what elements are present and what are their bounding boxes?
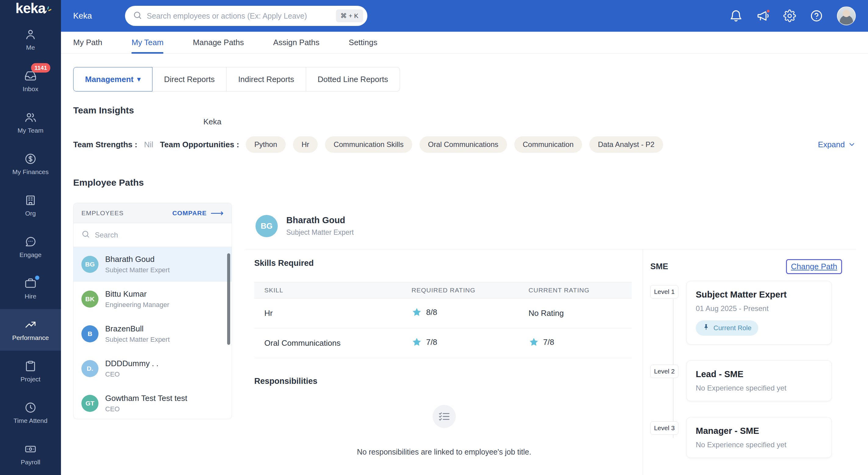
current-rating: 7/8: [543, 338, 554, 347]
employee-name: Bharath Goud: [286, 215, 354, 225]
engage-icon: [24, 236, 37, 248]
expand-toggle[interactable]: Expand: [818, 140, 856, 149]
notifications-bell-icon[interactable]: [730, 9, 742, 22]
path-level: Level 3Manager - SMENo Experience specif…: [650, 417, 842, 458]
employee-role: Subject Matter Expert: [105, 266, 170, 274]
sidebar-item-engage[interactable]: Engage: [0, 226, 61, 268]
search-shortcut-badge: ⌘ + K: [336, 9, 363, 22]
required-rating: 7/8: [426, 338, 437, 347]
page-content: Management▾Direct ReportsIndirect Report…: [61, 54, 868, 475]
keka-logo[interactable]: keka: [0, 0, 61, 17]
sidebar-item-my-finances[interactable]: My Finances: [0, 143, 61, 185]
opportunity-chip[interactable]: Python: [246, 136, 286, 153]
compare-button[interactable]: COMPARE ⟶: [172, 209, 224, 218]
path-timeline: Level 1Subject Matter Expert01 Aug 2025 …: [650, 281, 842, 458]
opportunity-chip[interactable]: Hr: [293, 136, 318, 153]
skills-table-header: SKILLREQUIRED RATINGCURRENT RATING: [254, 282, 632, 298]
sidebar-item-my-team[interactable]: My Team: [0, 102, 61, 143]
sidebar-item-label: Org: [25, 210, 36, 217]
employee-role: Subject Matter Expert: [286, 228, 354, 236]
tab-settings[interactable]: Settings: [349, 32, 377, 53]
filter-indirect-reports[interactable]: Indirect Reports: [226, 67, 306, 92]
sidebar-item-label: Payroll: [21, 458, 40, 466]
settings-gear-icon[interactable]: [783, 9, 796, 22]
opportunities-label: Team Opportunities :: [160, 140, 239, 149]
employee-paths-title: Employee Paths: [73, 177, 856, 188]
tab-my-path[interactable]: My Path: [73, 32, 102, 53]
logo-spark-icon: [42, 5, 53, 15]
star-icon: [411, 307, 422, 317]
announcements-icon[interactable]: [756, 9, 769, 22]
team-icon: [24, 111, 37, 124]
sidebar-item-project[interactable]: Project: [0, 351, 61, 392]
filter-management[interactable]: Management▾: [73, 67, 152, 92]
profile-avatar[interactable]: [837, 6, 856, 25]
responsibilities-empty-state: No responsibilities are linked to employ…: [245, 405, 643, 456]
skill-name: Oral Communications: [254, 339, 402, 348]
sidebar-item-org[interactable]: Org: [0, 185, 61, 226]
finances-icon: [24, 153, 37, 165]
org-icon: [24, 194, 37, 207]
opportunity-chip[interactable]: Data Analyst - P2: [589, 136, 663, 153]
level-badge: Level 1: [650, 285, 678, 298]
global-search-input[interactable]: Search employees or actions (Ex: Apply L…: [125, 6, 367, 26]
performance-icon: [24, 319, 37, 331]
sidebar-item-performance[interactable]: Performance: [0, 309, 61, 351]
skill-name: Hr: [254, 309, 402, 318]
employees-label: EMPLOYEES: [82, 210, 124, 217]
opportunity-chip[interactable]: Communication: [514, 136, 582, 153]
employee-list-item[interactable]: BKBittu KumarEngineering Manager: [73, 282, 232, 316]
pin-icon: [703, 323, 710, 332]
top-header: Keka Search employees or actions (Ex: Ap…: [61, 0, 868, 32]
employee-name: DDDDummy . .: [105, 359, 159, 368]
hire-icon: [24, 277, 37, 289]
employee-search-input[interactable]: Search: [73, 223, 232, 247]
change-path-link[interactable]: Change Path: [786, 259, 842, 274]
team-name[interactable]: Keka: [204, 117, 856, 127]
tab-my-team[interactable]: My Team: [131, 32, 163, 53]
role-card[interactable]: Lead - SMENo Experience specified yet: [686, 360, 832, 401]
role-title: Lead - SME: [696, 369, 822, 379]
employee-detail-header: BG Bharath Goud Subject Matter Expert: [245, 203, 856, 249]
sidebar-item-payroll[interactable]: Payroll: [0, 434, 61, 475]
search-icon: [82, 230, 90, 240]
employee-list-scrollbar[interactable]: [227, 253, 230, 345]
level-badge: Level 3: [650, 421, 678, 435]
employees-panel-header: EMPLOYEES COMPARE ⟶: [73, 203, 232, 223]
employee-list-item[interactable]: D.DDDDummy . .CEO: [73, 351, 232, 386]
opportunity-chip[interactable]: Communication Skills: [325, 136, 412, 153]
employee-detail-body: Skills Required SKILLREQUIRED RATINGCURR…: [245, 249, 856, 475]
team-insights-row: Team Strengths : Nil Team Opportunities …: [73, 136, 856, 153]
star-icon: [529, 337, 539, 347]
filter-direct-reports[interactable]: Direct Reports: [152, 67, 226, 92]
table-column-header: SKILL: [254, 287, 402, 294]
filter-dotted-line-reports[interactable]: Dotted Line Reports: [306, 67, 400, 92]
new-indicator-dot: [35, 276, 39, 280]
employees-panel: EMPLOYEES COMPARE ⟶ Search BGBharath Gou…: [73, 203, 232, 419]
employee-avatar: BK: [82, 290, 98, 308]
sidebar-item-time-attend[interactable]: Time Attend: [0, 392, 61, 434]
current-role-badge: Current Role: [696, 320, 758, 336]
employee-list-item[interactable]: GTGowtham Test Test testCEO: [73, 386, 232, 419]
skills-section: Skills Required SKILLREQUIRED RATINGCURR…: [245, 249, 643, 475]
help-icon[interactable]: [810, 9, 823, 22]
main-area: My PathMy TeamManage PathsAssign PathsSe…: [61, 32, 868, 475]
tab-manage-paths[interactable]: Manage Paths: [193, 32, 244, 53]
opportunity-chip[interactable]: Oral Communications: [420, 136, 507, 153]
employee-list-item[interactable]: BBrazenBullSubject Matter Expert: [73, 316, 232, 351]
tab-assign-paths[interactable]: Assign Paths: [273, 32, 319, 53]
employee-avatar: BG: [255, 215, 278, 237]
role-card[interactable]: Subject Matter Expert01 Aug 2025 - Prese…: [686, 281, 832, 345]
employee-avatar: GT: [82, 395, 98, 412]
employee-role: CEO: [105, 405, 187, 413]
employee-name: Bharath Goud: [105, 255, 170, 264]
sidebar-item-inbox[interactable]: 1141Inbox: [0, 60, 61, 102]
project-icon: [24, 360, 37, 372]
employee-list-item[interactable]: BGBharath GoudSubject Matter Expert: [73, 247, 232, 282]
employee-role: CEO: [105, 371, 159, 378]
sidebar-item-hire[interactable]: Hire: [0, 268, 61, 309]
skill-row: Hr8/8No Rating: [254, 298, 632, 328]
sidebar-item-me[interactable]: Me: [0, 19, 61, 60]
employee-detail: BG Bharath Goud Subject Matter Expert Sk…: [245, 203, 856, 475]
role-card[interactable]: Manager - SMENo Experience specified yet: [686, 417, 832, 458]
